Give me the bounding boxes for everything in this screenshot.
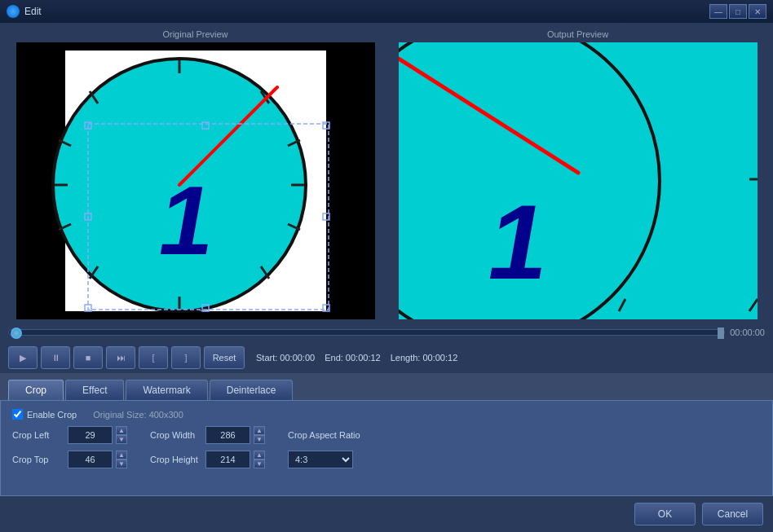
window-controls: — □ ✕	[709, 4, 766, 19]
ok-button[interactable]: OK	[634, 503, 696, 525]
original-preview-canvas: 1	[16, 42, 375, 319]
crop-left-down[interactable]: ▼	[116, 435, 127, 444]
app-icon	[7, 5, 20, 18]
mark-in-button[interactable]: [	[139, 346, 168, 369]
crop-dimensions-row2: Crop Top ▲ ▼ Crop Height ▲ ▼ 4:3 16:9 Fr…	[12, 451, 761, 468]
output-preview-canvas: 1	[399, 42, 758, 319]
tab-effect[interactable]: Effect	[65, 380, 124, 400]
stop-button[interactable]: ■	[73, 346, 103, 369]
play-button[interactable]: ▶	[8, 346, 38, 369]
crop-dimensions-row1: Crop Left ▲ ▼ Crop Width ▲ ▼ Crop Aspect…	[12, 426, 761, 444]
crop-width-group: ▲ ▼	[205, 426, 265, 444]
crop-height-spinners: ▲ ▼	[254, 451, 265, 468]
window-title: Edit	[24, 6, 42, 17]
crop-width-up[interactable]: ▲	[254, 426, 265, 435]
crop-aspect-label: Crop Aspect Ratio	[288, 430, 360, 440]
crop-top-input[interactable]	[68, 451, 113, 468]
output-preview-label: Output Preview	[547, 29, 608, 39]
crop-left-input[interactable]	[68, 426, 113, 444]
reset-button[interactable]: Reset	[204, 346, 245, 369]
crop-top-spinners: ▲ ▼	[116, 451, 127, 468]
crop-left-spinners: ▲ ▼	[116, 426, 127, 444]
start-time: Start: 00:00:00	[256, 353, 315, 363]
crop-height-label: Crop Height	[150, 455, 199, 464]
skip-end-button[interactable]: ⏭	[106, 346, 135, 369]
original-size-label: Original Size: 400x300	[93, 410, 183, 420]
close-button[interactable]: ✕	[749, 4, 766, 19]
cancel-button[interactable]: Cancel	[702, 503, 763, 525]
crop-left-label: Crop Left	[12, 430, 61, 440]
timeline-area: 00:00:00	[0, 323, 773, 342]
mark-out-button[interactable]: ]	[171, 346, 201, 369]
aspect-ratio-select[interactable]: 4:3 16:9 Free	[288, 451, 353, 468]
crop-left-group: ▲ ▼	[68, 426, 127, 444]
timecode-display: 00:00:00	[730, 328, 765, 337]
preview-area: Original Preview	[0, 23, 773, 323]
transport-area: ▶ ⏸ ■ ⏭ [ ] Reset Start: 00:00:00 End: 0…	[0, 342, 773, 373]
title-bar: Edit — □ ✕	[0, 0, 773, 23]
main-content: Original Preview	[0, 23, 773, 532]
crop-width-label: Crop Width	[150, 430, 199, 440]
crop-height-input[interactable]	[205, 451, 250, 468]
pause-button[interactable]: ⏸	[41, 346, 70, 369]
crop-height-up[interactable]: ▲	[254, 451, 265, 459]
original-preview-panel: Original Preview	[8, 29, 382, 319]
enable-crop-label[interactable]: Enable Crop	[12, 409, 77, 420]
enable-crop-checkbox[interactable]	[12, 409, 23, 420]
maximize-button[interactable]: □	[729, 4, 747, 19]
crop-top-up[interactable]: ▲	[116, 451, 127, 459]
end-time: End: 00:00:12	[325, 353, 381, 363]
crop-panel: Enable Crop Original Size: 400x300 Crop …	[0, 400, 773, 496]
crop-enable-row: Enable Crop Original Size: 400x300	[12, 409, 761, 420]
crop-top-down[interactable]: ▼	[116, 459, 127, 468]
crop-top-label: Crop Top	[12, 455, 61, 464]
crop-top-group: ▲ ▼	[68, 451, 127, 468]
crop-height-down[interactable]: ▼	[254, 459, 265, 468]
bottom-bar: OK Cancel	[0, 496, 773, 532]
tab-crop[interactable]: Crop	[8, 380, 64, 400]
tab-deinterlace[interactable]: Deinterlace	[210, 380, 294, 400]
tab-watermark[interactable]: Watermark	[126, 380, 207, 400]
crop-width-spinners: ▲ ▼	[254, 426, 265, 444]
crop-width-down[interactable]: ▼	[254, 435, 265, 444]
timeline-end	[718, 328, 724, 339]
timeline-thumb[interactable]	[11, 328, 22, 339]
tabs-area: Crop Effect Watermark Deinterlace	[0, 373, 773, 400]
crop-left-up[interactable]: ▲	[116, 426, 127, 435]
output-preview-panel: Output Preview 1	[391, 29, 765, 319]
time-info: Start: 00:00:00 End: 00:00:12 Length: 00…	[256, 353, 457, 363]
crop-height-group: ▲ ▼	[205, 451, 265, 468]
original-preview-label: Original Preview	[162, 29, 227, 39]
crop-width-input[interactable]	[205, 426, 250, 444]
length-time: Length: 00:00:12	[391, 353, 458, 363]
minimize-button[interactable]: —	[709, 4, 727, 19]
timeline-bar[interactable]	[8, 329, 725, 336]
